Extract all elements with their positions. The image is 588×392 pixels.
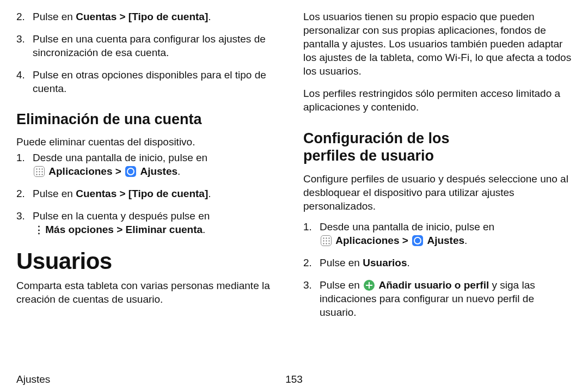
step-text: Pulse en la cuenta y después pulse en Má… <box>33 209 210 236</box>
list-item: 2. Pulse en Cuentas > [Tipo de cuenta]. <box>16 10 285 23</box>
list-item: 1. Desde una pantalla de inicio, pulse e… <box>303 220 572 247</box>
step-text: Desde una pantalla de inicio, pulse en A… <box>320 220 494 247</box>
heading-user-profiles: Configuración de los perfiles de usuario <box>303 130 572 165</box>
step-text: Pulse en una cuenta para configurar los … <box>33 32 285 59</box>
profiles-intro-text: Configure perfiles de usuario y después … <box>303 172 572 213</box>
step-text: Pulse en Cuentas > [Tipo de cuenta]. <box>33 10 211 23</box>
footer-section-label: Ajustes <box>16 373 50 385</box>
list-item: 3. Pulse en una cuenta para configurar l… <box>16 32 285 59</box>
remove-account-steps: 1. Desde una pantalla de inicio, pulse e… <box>16 151 285 236</box>
step-number: 3. <box>16 32 33 59</box>
list-item: 1. Desde una pantalla de inicio, pulse e… <box>16 151 285 178</box>
step-text: Pulse en Añadir usuario o perfil y siga … <box>320 278 572 319</box>
step-number: 3. <box>303 278 320 319</box>
step-text: Pulse en Cuentas > [Tipo de cuenta]. <box>33 187 211 200</box>
step-number: 1. <box>16 151 33 178</box>
users-body-p2: Los perfiles restringidos sólo permiten … <box>303 87 572 114</box>
plus-icon <box>364 280 375 291</box>
step-number: 2. <box>303 256 320 270</box>
page-footer: Ajustes 153 <box>16 373 572 385</box>
step-number: 1. <box>303 220 320 247</box>
left-column: 2. Pulse en Cuentas > [Tipo de cuenta]. … <box>16 10 285 323</box>
step-number: 4. <box>16 68 33 95</box>
list-item: 2. Pulse en Cuentas > [Tipo de cuenta]. <box>16 187 285 200</box>
list-item: 3. Pulse en Añadir usuario o perfil y si… <box>303 278 572 319</box>
gear-icon <box>412 235 423 246</box>
step-text: Desde una pantalla de inicio, pulse en A… <box>33 151 207 178</box>
manual-page: 2. Pulse en Cuentas > [Tipo de cuenta]. … <box>0 0 588 392</box>
list-item: 4. Pulse en otras opciones disponibles p… <box>16 68 285 95</box>
remove-intro-text: Puede eliminar cuentas del dispositivo. <box>16 135 285 149</box>
step-number: 2. <box>16 10 33 23</box>
apps-icon <box>321 235 332 246</box>
heading-users: Usuarios <box>16 249 285 273</box>
profiles-steps: 1. Desde una pantalla de inicio, pulse e… <box>303 220 572 319</box>
footer-page-number: 153 <box>285 373 303 385</box>
step-number: 2. <box>16 187 33 200</box>
more-options-icon <box>34 224 41 235</box>
gear-icon <box>125 166 136 177</box>
users-body-p1: Los usuarios tienen su propio espacio qu… <box>303 10 572 78</box>
apps-icon <box>34 166 45 177</box>
two-column-layout: 2. Pulse en Cuentas > [Tipo de cuenta]. … <box>16 10 572 323</box>
heading-remove-account: Eliminación de una cuenta <box>16 111 285 128</box>
step-text: Pulse en otras opciones disponibles para… <box>33 68 285 95</box>
step-number: 3. <box>16 209 33 236</box>
right-column: Los usuarios tienen su propio espacio qu… <box>303 10 572 323</box>
list-item: 3. Pulse en la cuenta y después pulse en… <box>16 209 285 236</box>
list-item: 2. Pulse en Usuarios. <box>303 256 572 270</box>
intro-steps-continued: 2. Pulse en Cuentas > [Tipo de cuenta]. … <box>16 10 285 95</box>
users-intro-text: Comparta esta tableta con varias persona… <box>16 279 285 306</box>
step-text: Pulse en Usuarios. <box>320 256 410 270</box>
